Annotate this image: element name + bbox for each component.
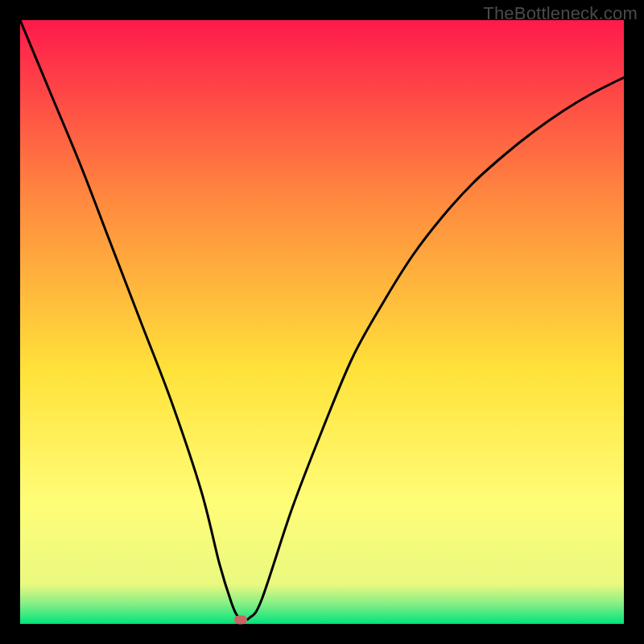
chart-svg <box>20 20 624 624</box>
sweet-spot-marker <box>234 615 247 624</box>
attribution-text: TheBottleneck.com <box>483 3 638 24</box>
gradient-background <box>20 20 624 624</box>
chart-frame: TheBottleneck.com <box>0 0 644 644</box>
plot-area <box>20 20 624 624</box>
